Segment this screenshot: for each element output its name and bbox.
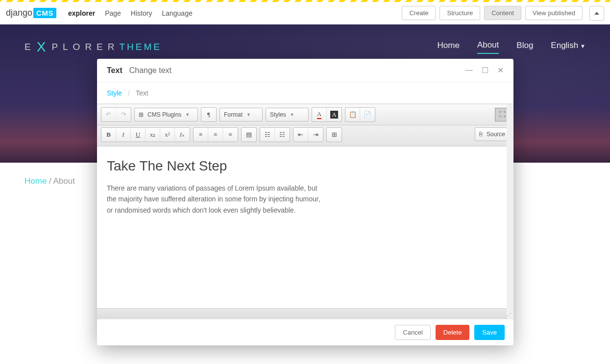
superscript-button[interactable]: x² xyxy=(160,128,175,142)
text-editor-modal: Text Change text — ☐ ✕ Style / Text ↶ ↷ … xyxy=(97,59,513,345)
django-cms-logo[interactable]: django CMS xyxy=(6,8,56,18)
text-color-button[interactable]: A xyxy=(312,108,327,121)
ckeditor: ↶ ↷ ⊞ CMS Plugins ▼ ¶ Format▼ Styles▼ A xyxy=(97,104,513,319)
source-button[interactable]: ⎘ Source xyxy=(475,127,510,141)
breadcrumb-home[interactable]: Home xyxy=(24,176,47,186)
cms-plugins-dropdown[interactable]: ⊞ CMS Plugins ▼ xyxy=(134,108,198,121)
outdent-button[interactable]: ⇤ xyxy=(293,128,308,142)
toolbar-item-explorer[interactable]: explorer xyxy=(63,9,100,17)
toolbar-item-history[interactable]: History xyxy=(126,9,157,17)
format-dropdown[interactable]: Format▼ xyxy=(220,108,263,121)
undo-button[interactable]: ↶ xyxy=(101,108,116,121)
align-center-button[interactable]: ≡ xyxy=(208,128,223,142)
bg-color-button[interactable]: A xyxy=(327,108,342,121)
chevron-down-icon: ▼ xyxy=(185,112,190,117)
logo-badge: CMS xyxy=(33,8,56,18)
plugin-icon: ⊞ xyxy=(139,111,144,118)
table-button[interactable]: ⊞ xyxy=(327,128,342,142)
breadcrumb-current: About xyxy=(53,176,75,186)
cancel-button[interactable]: Cancel xyxy=(395,325,430,340)
underline-button[interactable]: U xyxy=(131,128,146,142)
tab-text: Text xyxy=(136,89,148,97)
site-nav: E X PLORER THEME Home About Blog English… xyxy=(24,39,586,55)
modal-title-bold: Text xyxy=(107,66,122,75)
nav-home[interactable]: Home xyxy=(438,41,460,53)
toolbar-collapse-toggle[interactable] xyxy=(589,6,604,21)
nav-about[interactable]: About xyxy=(477,40,499,54)
ck-toolbar-row1: ↶ ↷ ⊞ CMS Plugins ▼ ¶ Format▼ Styles▼ A xyxy=(97,104,513,125)
view-published-button[interactable]: View published xyxy=(525,6,583,20)
modal-header: Text Change text — ☐ ✕ xyxy=(97,59,513,82)
bold-button[interactable]: B xyxy=(101,128,116,142)
editor-scrollbar[interactable] xyxy=(507,104,513,319)
paste-word-button[interactable]: 📄 xyxy=(360,108,375,121)
remove-format-button[interactable]: Iₓ xyxy=(175,128,190,142)
subscript-button[interactable]: x₂ xyxy=(146,128,160,142)
numbered-list-button[interactable]: ☷ xyxy=(260,128,275,142)
source-icon: ⎘ xyxy=(479,131,483,138)
show-blocks-button[interactable]: ¶ xyxy=(201,108,216,121)
caret-down-icon: ▼ xyxy=(580,43,586,49)
indent-button[interactable]: ⇥ xyxy=(308,128,323,142)
minimize-icon[interactable]: — xyxy=(465,66,473,75)
caret-up-icon xyxy=(594,12,599,15)
create-button[interactable]: Create xyxy=(402,6,436,20)
align-right-button[interactable]: ≡ xyxy=(223,128,238,142)
ck-toolbar-row2: B I U x₂ x² Iₓ ≡ ≡ ≡ ▤ ☷ ☷ ⇤ xyxy=(97,125,513,146)
save-button[interactable]: Save xyxy=(474,325,505,340)
editor-content[interactable]: Take The Next Step There are many variat… xyxy=(97,146,513,308)
logo-text: django xyxy=(6,8,32,18)
bulleted-list-button[interactable]: ☷ xyxy=(275,128,290,142)
modal-footer: Cancel Delete Save ⋰ xyxy=(97,319,513,345)
styles-dropdown[interactable]: Styles▼ xyxy=(266,108,309,121)
structure-button[interactable]: Structure xyxy=(439,6,480,20)
resize-handle-icon[interactable]: ⋰ xyxy=(505,312,512,319)
toolbar-item-language[interactable]: Language xyxy=(157,9,197,17)
content-heading: Take The Next Step xyxy=(107,158,504,174)
italic-button[interactable]: I xyxy=(116,128,131,142)
maximize-icon[interactable]: ☐ xyxy=(482,66,488,75)
align-left-button[interactable]: ≡ xyxy=(194,128,208,142)
align-justify-button[interactable]: ▤ xyxy=(242,128,256,142)
paste-text-button[interactable]: 📋 xyxy=(345,108,360,121)
content-button[interactable]: Content xyxy=(484,6,521,20)
nav-blog[interactable]: Blog xyxy=(516,41,533,53)
modal-breadcrumb: Style / Text xyxy=(97,82,513,104)
content-paragraph: There are many variations of passages of… xyxy=(107,183,322,216)
toolbar-item-page[interactable]: Page xyxy=(100,9,126,17)
modal-title: Change text xyxy=(129,66,171,75)
delete-button[interactable]: Delete xyxy=(436,325,470,340)
tab-style[interactable]: Style xyxy=(107,89,122,97)
close-icon[interactable]: ✕ xyxy=(497,66,504,75)
cms-toolbar: django CMS explorer Page History Languag… xyxy=(0,2,610,24)
redo-button[interactable]: ↷ xyxy=(116,108,131,121)
site-logo[interactable]: E X PLORER THEME xyxy=(24,39,162,55)
nav-language[interactable]: English▼ xyxy=(551,41,586,53)
editor-statusbar xyxy=(97,308,513,319)
